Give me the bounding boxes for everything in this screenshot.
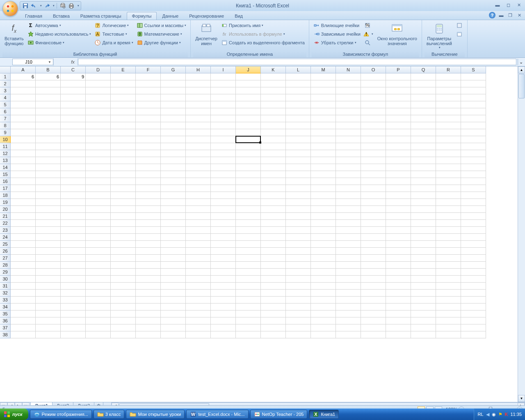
qat-customize-icon[interactable]: ▾: [78, 4, 79, 7]
cell[interactable]: [211, 248, 236, 255]
cell[interactable]: [186, 206, 211, 213]
cell[interactable]: [136, 143, 161, 150]
cell[interactable]: [211, 199, 236, 206]
doc-minimize-button[interactable]: ▬: [498, 12, 504, 18]
cell[interactable]: [386, 331, 411, 338]
cell[interactable]: [286, 115, 311, 122]
cell[interactable]: [236, 297, 261, 304]
cell[interactable]: [361, 192, 386, 199]
cell[interactable]: [261, 199, 286, 206]
cell[interactable]: [436, 206, 461, 213]
cell[interactable]: [36, 136, 61, 143]
row-header[interactable]: 17: [0, 185, 11, 192]
cell[interactable]: [261, 206, 286, 213]
cell[interactable]: [286, 171, 311, 178]
cell[interactable]: [186, 73, 211, 80]
cell[interactable]: [386, 276, 411, 283]
cell[interactable]: [411, 304, 436, 310]
cell[interactable]: [461, 94, 486, 101]
cell[interactable]: [136, 80, 161, 87]
tab-формулы[interactable]: Формулы: [127, 12, 157, 20]
cell[interactable]: [61, 269, 86, 276]
cell[interactable]: [261, 331, 286, 338]
cell[interactable]: [86, 304, 111, 310]
cell[interactable]: [136, 297, 161, 304]
cell[interactable]: [136, 73, 161, 80]
cell[interactable]: [411, 290, 436, 297]
cell[interactable]: [411, 94, 436, 101]
cell[interactable]: [436, 269, 461, 276]
cell[interactable]: [161, 206, 186, 213]
cell[interactable]: [461, 206, 486, 213]
cell[interactable]: [186, 136, 211, 143]
cell[interactable]: [461, 283, 486, 290]
cell[interactable]: [36, 324, 61, 331]
cell[interactable]: [311, 101, 336, 108]
cell[interactable]: [11, 290, 36, 297]
tab-вставка[interactable]: Вставка: [48, 12, 75, 20]
cell[interactable]: [86, 213, 111, 220]
cell[interactable]: [161, 87, 186, 94]
cell[interactable]: [361, 136, 386, 143]
cell[interactable]: [211, 136, 236, 143]
text-button[interactable]: AТекстовые▾: [93, 30, 135, 38]
cell[interactable]: [436, 276, 461, 283]
cell[interactable]: [411, 310, 436, 317]
cell[interactable]: [61, 227, 86, 234]
cell[interactable]: [86, 136, 111, 143]
cell[interactable]: [286, 290, 311, 297]
cell[interactable]: [311, 283, 336, 290]
show-formulas-button[interactable]: %: [364, 21, 373, 30]
cell[interactable]: [361, 248, 386, 255]
cell[interactable]: [186, 143, 211, 150]
row-header[interactable]: 27: [0, 255, 11, 262]
cell[interactable]: [261, 157, 286, 164]
cell[interactable]: [336, 73, 361, 80]
cell[interactable]: [311, 220, 336, 227]
cell[interactable]: [311, 157, 336, 164]
cell[interactable]: [36, 143, 61, 150]
cell[interactable]: [261, 192, 286, 199]
cell[interactable]: [86, 276, 111, 283]
cell[interactable]: [236, 171, 261, 178]
cell[interactable]: [386, 283, 411, 290]
formula-input[interactable]: [78, 59, 516, 65]
cell[interactable]: [436, 171, 461, 178]
cell[interactable]: [261, 129, 286, 136]
cell[interactable]: [161, 143, 186, 150]
cell[interactable]: [361, 80, 386, 87]
cell[interactable]: [161, 304, 186, 310]
cell[interactable]: [386, 129, 411, 136]
cell[interactable]: [361, 283, 386, 290]
cell[interactable]: [111, 101, 136, 108]
cell[interactable]: [61, 80, 86, 87]
row-header[interactable]: 23: [0, 227, 11, 234]
office-button[interactable]: [2, 1, 18, 16]
cell[interactable]: [86, 262, 111, 269]
cell[interactable]: [261, 143, 286, 150]
cell[interactable]: [36, 192, 61, 199]
cell[interactable]: [336, 101, 361, 108]
cell[interactable]: [211, 255, 236, 262]
cell[interactable]: [86, 227, 111, 234]
cell[interactable]: [261, 248, 286, 255]
cell[interactable]: [86, 331, 111, 338]
cell[interactable]: [186, 94, 211, 101]
cell[interactable]: [436, 262, 461, 269]
row-header[interactable]: 11: [0, 143, 11, 150]
cell[interactable]: [86, 248, 111, 255]
cell[interactable]: [36, 115, 61, 122]
cell[interactable]: [36, 290, 61, 297]
cell[interactable]: [186, 317, 211, 324]
cell[interactable]: [136, 150, 161, 157]
cell[interactable]: [436, 73, 461, 80]
column-header[interactable]: C: [61, 66, 86, 73]
cell[interactable]: [361, 310, 386, 317]
cell[interactable]: [186, 101, 211, 108]
cell[interactable]: [286, 164, 311, 171]
cell[interactable]: [461, 304, 486, 310]
cell[interactable]: [11, 157, 36, 164]
cell[interactable]: [211, 164, 236, 171]
cell[interactable]: [11, 122, 36, 129]
cell[interactable]: [186, 283, 211, 290]
